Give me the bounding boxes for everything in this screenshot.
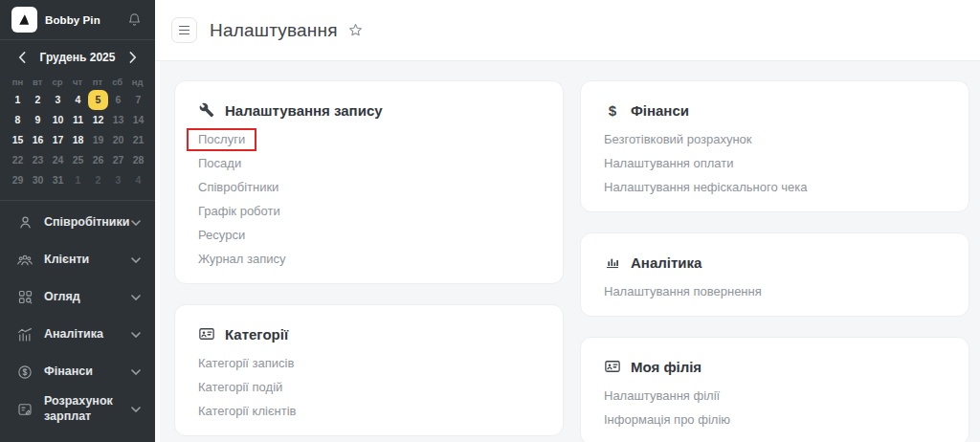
menu-toggle-button[interactable] xyxy=(171,17,197,43)
weekday-label: нд xyxy=(127,74,147,90)
calendar-day[interactable]: 1 xyxy=(8,90,28,110)
calendar-day[interactable]: 25 xyxy=(68,150,88,170)
weekday-label: вт xyxy=(28,74,48,90)
card-link[interactable]: Налаштування повернення xyxy=(604,279,946,303)
sidebar-item-finances[interactable]: Фінанси xyxy=(0,353,155,390)
bell-icon xyxy=(127,12,142,27)
star-icon xyxy=(347,22,364,38)
calendar-day[interactable]: 24 xyxy=(48,150,68,170)
dollar-icon: $ xyxy=(604,102,621,119)
sidebar-item-label: Співробітники xyxy=(44,215,131,231)
calendar-day[interactable]: 21 xyxy=(128,130,148,150)
calendar-day[interactable]: 3 xyxy=(108,170,128,190)
idcard-icon xyxy=(604,358,621,375)
weekday-label: чт xyxy=(68,74,88,90)
sidebar-item-payroll[interactable]: Розрахунок зарплат xyxy=(0,390,155,428)
card-link[interactable]: Журнал запису xyxy=(198,247,540,271)
calendar-day[interactable]: 27 xyxy=(108,150,128,170)
sidebar-item-label: Аналітика xyxy=(44,327,131,343)
brand-name: Bobby Pin xyxy=(45,14,124,26)
calendar-day[interactable]: 11 xyxy=(68,110,88,130)
calendar-day[interactable]: 6 xyxy=(108,90,128,110)
calendar-day[interactable]: 28 xyxy=(128,150,148,170)
calendar-day[interactable]: 22 xyxy=(8,150,28,170)
app-window: Bobby Pin Грудень 2025 пнвтсрчтптсбнд 12… xyxy=(0,0,980,442)
card-title: Моя філія xyxy=(604,354,946,379)
sidebar-item-overview[interactable]: Огляд xyxy=(0,278,155,316)
card-link[interactable]: Безготівковий розрахунок xyxy=(604,127,946,151)
calendar-day[interactable]: 15 xyxy=(8,130,28,150)
cards-column: $ФінансиБезготівковий розрахунокНалаштув… xyxy=(580,80,969,442)
card-categories: КатегоріїКатегорії записівКатегорії поді… xyxy=(174,304,564,436)
weekday-label: пт xyxy=(87,74,107,90)
chevron-right-icon xyxy=(129,52,137,63)
chevron-down-icon xyxy=(131,220,141,226)
card-link[interactable]: Графік роботи xyxy=(198,199,540,223)
calendar-day[interactable]: 17 xyxy=(48,130,68,150)
card-link[interactable]: Категорії подій xyxy=(198,375,540,399)
calendar-day[interactable]: 10 xyxy=(48,110,68,130)
card-title: $Фінанси xyxy=(604,98,946,122)
sidebar-item-clients[interactable]: Клієнти xyxy=(0,241,155,278)
calendar-day[interactable]: 23 xyxy=(28,150,48,170)
calendar-day[interactable]: 30 xyxy=(28,170,48,190)
calendar-day[interactable]: 9 xyxy=(28,110,48,130)
sidebar-item-label: Фінанси xyxy=(44,365,131,380)
idcard-icon xyxy=(198,325,215,343)
calendar-day[interactable]: 2 xyxy=(28,90,48,110)
chevron-down-icon xyxy=(131,369,141,375)
notifications-button[interactable] xyxy=(124,11,144,30)
sidebar-item-analytics[interactable]: Аналітика xyxy=(0,316,155,353)
calendar-day[interactable]: 1 xyxy=(68,170,88,190)
calendar-day[interactable]: 31 xyxy=(48,170,68,190)
calendar-day[interactable]: 12 xyxy=(88,110,108,130)
prev-month-button[interactable] xyxy=(13,49,31,66)
card-link-highlighted[interactable]: Послуги xyxy=(198,127,540,151)
calendar-day[interactable]: 5 xyxy=(88,90,108,110)
card-link[interactable]: Співробітники xyxy=(198,175,540,199)
scrollbar-track[interactable] xyxy=(155,61,160,442)
calendar-day[interactable]: 7 xyxy=(128,90,148,110)
card-booking-settings: Налаштування записуПослугиПосадиСпівробі… xyxy=(174,80,564,284)
next-month-button[interactable] xyxy=(124,49,142,66)
weekday-label: сб xyxy=(107,74,127,90)
sidebar-item-label: Розрахунок зарплат xyxy=(44,394,131,424)
sidebar-menu: СпівробітникиКлієнтиОглядАналітикаФінанс… xyxy=(0,200,155,442)
payroll-icon xyxy=(16,401,33,418)
calendar-day[interactable]: 8 xyxy=(8,110,28,130)
finance-dollar-icon xyxy=(16,364,33,381)
calendar-month-label: Грудень 2025 xyxy=(31,51,124,64)
calendar-day[interactable]: 16 xyxy=(28,130,48,150)
main-area: Налаштування Налаштування записуПослугиП… xyxy=(155,0,980,442)
sidebar-item-employees[interactable]: Співробітники xyxy=(0,204,155,241)
calendar-day[interactable]: 18 xyxy=(68,130,88,150)
card-link[interactable]: Налаштування філії xyxy=(604,384,946,408)
calendar-day[interactable]: 14 xyxy=(128,110,148,130)
favorite-star-button[interactable] xyxy=(347,22,364,38)
sidebar-item-label: Клієнти xyxy=(44,253,131,268)
calendar-day[interactable]: 26 xyxy=(88,150,108,170)
calendar-day[interactable]: 3 xyxy=(48,90,68,110)
calendar-day[interactable]: 4 xyxy=(68,90,88,110)
page-title: Налаштування xyxy=(210,20,338,41)
card-link[interactable]: Налаштування нефіскального чека xyxy=(604,175,946,199)
chevron-down-icon xyxy=(131,407,141,412)
calendar-weekdays: пнвтсрчтптсбнд xyxy=(0,74,155,90)
card-link[interactable]: Ресурси xyxy=(198,223,540,247)
calendar-day[interactable]: 2 xyxy=(88,170,108,190)
card-link[interactable]: Категорії клієнтів xyxy=(198,399,540,423)
calendar-day[interactable]: 13 xyxy=(108,110,128,130)
calendar-day[interactable]: 19 xyxy=(88,130,108,150)
card-analytics: АналітикаНалаштування повернення xyxy=(580,232,969,317)
card-link[interactable]: Налаштування оплати xyxy=(604,151,946,175)
overview-grid-icon xyxy=(16,289,33,306)
card-link[interactable]: Інформація про філію xyxy=(604,408,946,431)
person-icon xyxy=(16,214,33,232)
calendar-day[interactable]: 29 xyxy=(8,170,28,190)
calendar-day[interactable]: 4 xyxy=(128,170,148,190)
bobby-pin-logo-icon xyxy=(11,7,37,33)
card-link[interactable]: Категорії записів xyxy=(198,351,540,375)
chevron-left-icon xyxy=(18,52,26,63)
card-link[interactable]: Посади xyxy=(198,151,540,175)
calendar-day[interactable]: 20 xyxy=(108,130,128,150)
